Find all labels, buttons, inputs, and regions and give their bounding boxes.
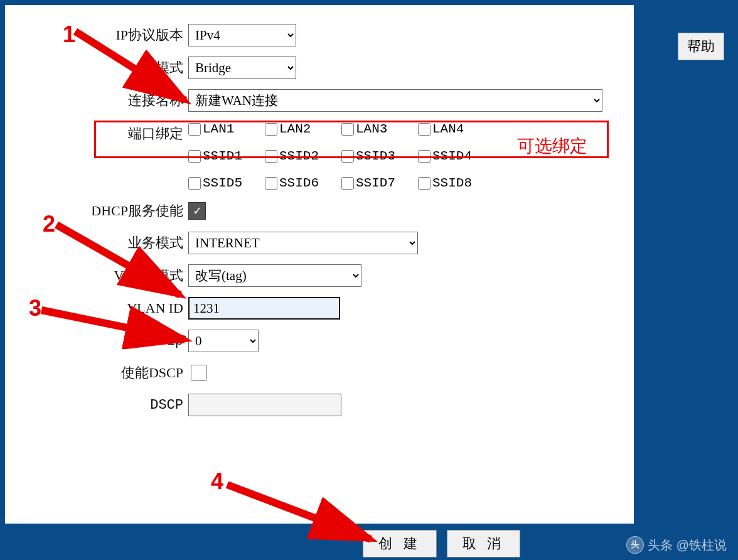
mode-label: 模式 [5, 58, 188, 77]
ip-version-select[interactable]: IPv4 [188, 24, 296, 46]
annotation-4: 4 [211, 468, 223, 495]
watermark-icon: 头 [626, 536, 644, 554]
conn-name-label: 连接名称 [5, 91, 188, 110]
annotation-3: 3 [29, 295, 41, 321]
annotation-1: 1 [63, 21, 75, 48]
8021p-label: 802.1p [5, 333, 188, 349]
create-button[interactable]: 创 建 [363, 530, 437, 557]
dscp-label: DSCP [5, 397, 188, 413]
port-lan3[interactable]: LAN3 [341, 122, 418, 136]
ip-version-label: IP协议版本 [5, 26, 188, 45]
mode-select[interactable]: Bridge [188, 57, 296, 79]
port-ssid2[interactable]: SSID2 [265, 149, 341, 163]
dhcp-checkbox[interactable]: ✓ [188, 202, 206, 220]
port-ssid8[interactable]: SSID8 [418, 176, 495, 190]
dscp-enable-checkbox[interactable] [191, 365, 207, 381]
8021p-select[interactable]: 0 [188, 330, 259, 352]
watermark: 头 头条 @铁柱说 [626, 536, 727, 554]
help-button[interactable]: 帮助 [678, 33, 724, 60]
biz-mode-label: 业务模式 [5, 234, 188, 252]
config-form-panel: IP协议版本 IPv4 模式 Bridge 连接名称 新建WAN连接 端口绑定 … [5, 5, 634, 524]
annotation-hint: 可选绑定 [517, 134, 587, 158]
port-lan1[interactable]: LAN1 [188, 122, 265, 136]
dscp-enable-label: 使能DSCP [5, 363, 188, 382]
conn-name-select[interactable]: 新建WAN连接 [188, 89, 602, 112]
port-ssid4[interactable]: SSID4 [418, 149, 495, 163]
cancel-button[interactable]: 取 消 [447, 530, 521, 557]
dhcp-label: DHCP服务使能 [5, 202, 188, 220]
vlan-mode-select[interactable]: 改写(tag) [188, 264, 361, 287]
port-lan2[interactable]: LAN2 [265, 122, 341, 136]
port-ssid1[interactable]: SSID1 [188, 149, 265, 163]
port-bind-label: 端口绑定 [5, 122, 188, 143]
dscp-input[interactable] [188, 394, 341, 416]
port-ssid3[interactable]: SSID3 [341, 149, 418, 163]
port-ssid7[interactable]: SSID7 [341, 176, 418, 190]
port-ssid6[interactable]: SSID6 [265, 176, 341, 190]
port-ssid5[interactable]: SSID5 [188, 176, 265, 190]
annotation-2: 2 [43, 211, 55, 237]
biz-mode-select[interactable]: INTERNET [188, 232, 418, 254]
vlan-mode-label: VLAN 模式 [5, 266, 188, 285]
port-bind-grid: LAN1 LAN2 LAN3 LAN4 SSID1 SSID2 SSID3 SS… [188, 122, 495, 190]
port-lan4[interactable]: LAN4 [418, 122, 495, 136]
vlan-id-input[interactable] [188, 297, 340, 320]
